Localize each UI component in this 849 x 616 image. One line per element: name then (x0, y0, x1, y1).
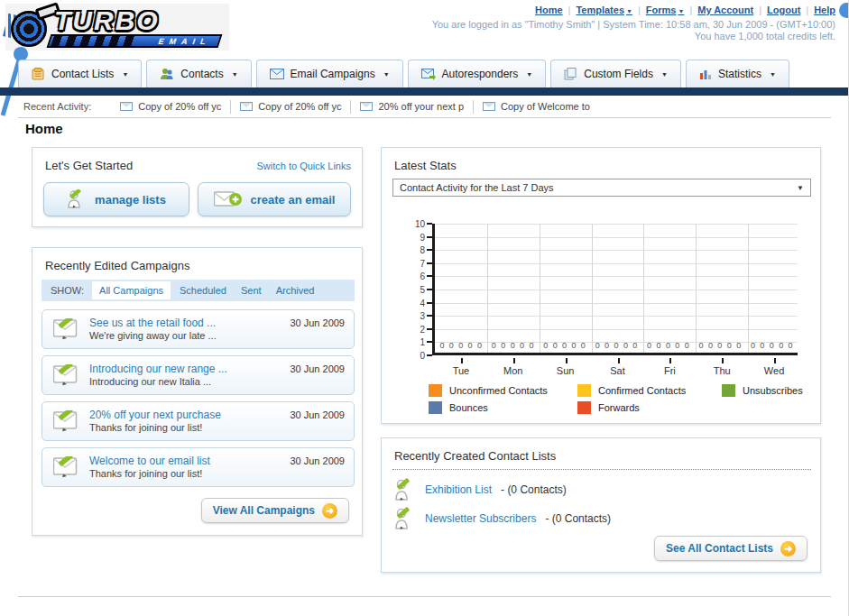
nav-link-help[interactable]: Help (814, 5, 835, 15)
campaign-date: 30 Jun 2009 (290, 455, 345, 466)
x-axis-label: Sat (610, 365, 625, 376)
y-axis-tick (427, 289, 432, 290)
statistics-icon (699, 69, 712, 80)
manage-lists-button[interactable]: manage lists (43, 182, 189, 216)
campaign-row[interactable]: 20% off your next purchase Thanks for jo… (42, 401, 355, 441)
campaign-link[interactable]: Introducing our new range ... (89, 363, 227, 375)
campaign-date: 30 Jun 2009 (290, 363, 345, 374)
contact-list-link[interactable]: Exhibition List (425, 483, 492, 496)
data-value-label: 0 (623, 341, 628, 350)
stats-period-dropdown[interactable]: Contact Activity for the Last 7 Days ▼ (392, 179, 811, 197)
y-axis-tick-label: 4 (394, 299, 425, 308)
x-axis-label: Wed (764, 365, 784, 376)
recently-edited-campaigns-panel: Recently Edited Campaigns SHOW: All Camp… (32, 247, 363, 536)
chart-legend: Unconfirmed ContactsConfirmed ContactsUn… (429, 384, 830, 414)
data-value-label: 0 (604, 341, 609, 350)
tab-custom-fields[interactable]: Custom Fields ▼ (550, 60, 681, 87)
legend-label: Unconfirmed Contacts (449, 385, 548, 396)
gridline (435, 224, 798, 225)
gridline (696, 224, 697, 353)
view-all-campaigns-button[interactable]: View All Campaigns ➜ (201, 498, 349, 523)
gridline (435, 329, 798, 330)
data-value-label: 0 (520, 341, 524, 350)
x-axis-tick (566, 358, 568, 363)
recent-activity-item[interactable]: Copy of 20% off yc (231, 100, 351, 114)
recent-activity-item[interactable]: Copy of 20% off yc (111, 100, 231, 114)
legend-item: Bounces (429, 401, 577, 414)
recent-activity-bar: Recent Activity: Copy of 20% off yc Copy… (0, 96, 849, 117)
campaign-filter-bar: SHOW: All Campaigns Scheduled Sent Archi… (42, 280, 355, 301)
data-value-label: 0 (614, 341, 618, 350)
contacts-icon (160, 68, 174, 80)
nav-link-logout[interactable]: Logout (767, 5, 800, 15)
corner-dot-decoration (839, 3, 849, 18)
nav-link-home[interactable]: Home (535, 5, 563, 15)
recent-activity-item[interactable]: 20% off your next p (351, 100, 474, 114)
campaign-link[interactable]: Welcome to our email list (89, 455, 210, 467)
gridline (487, 224, 488, 353)
value-label-group: 00000 (590, 341, 641, 350)
logo-banner: EMAIL (47, 34, 223, 48)
recently-created-contact-lists-panel: Recently Created Contact Lists Exhibitio… (381, 437, 821, 573)
latest-stats-panel: Latest Stats Contact Activity for the La… (381, 147, 821, 424)
contact-list-link[interactable]: Newsletter Subscribers (425, 512, 536, 525)
arrow-right-icon: ➜ (780, 541, 796, 556)
campaign-row[interactable]: See us at the retail food ... We're givi… (42, 309, 355, 349)
filter-all-campaigns[interactable]: All Campaigns (92, 281, 171, 299)
y-axis-tick-label: 6 (394, 271, 425, 281)
x-axis-tick (461, 358, 463, 363)
recent-activity-item[interactable]: Copy of Welcome to (474, 100, 599, 114)
create-email-button[interactable]: create an email (198, 182, 351, 216)
nav-link-my-account[interactable]: My Account (697, 5, 753, 15)
x-axis-tick (618, 358, 620, 363)
data-value-label: 0 (571, 341, 576, 350)
campaign-row[interactable]: Introducing our new range ... Introducin… (42, 355, 355, 395)
y-axis-tick-label: 5 (394, 285, 425, 295)
data-value-label: 0 (736, 341, 741, 350)
filter-archived[interactable]: Archived (276, 285, 315, 296)
campaign-subtitle: We're giving away our late ... (89, 330, 217, 341)
data-value-label: 0 (647, 341, 651, 350)
logo[interactable]: TURBO EMAIL (5, 4, 229, 51)
legend-label: Confirmed Contacts (598, 385, 686, 396)
tab-contact-lists[interactable]: Contact Lists ▼ (18, 60, 142, 87)
campaign-row[interactable]: Welcome to our email list Thanks for joi… (42, 447, 355, 487)
data-value-label: 0 (449, 341, 454, 350)
tab-autoresponders[interactable]: Autoresponders ▼ (408, 60, 547, 87)
envelope-pencil-icon (53, 456, 82, 478)
legend-item: Confirmed Contacts (577, 384, 722, 397)
login-info: You are logged in as "Timothy Smith" | S… (432, 19, 835, 30)
filter-scheduled[interactable]: Scheduled (180, 285, 226, 296)
campaigns-title: Recently Edited Campaigns (45, 259, 189, 272)
gridline (435, 290, 798, 290)
x-axis-label: Thu (714, 365, 731, 376)
campaign-link[interactable]: See us at the retail food ... (89, 317, 216, 329)
chevron-down-icon: ▼ (122, 71, 128, 78)
legend-item: Forwards (577, 401, 722, 414)
tab-email-campaigns[interactable]: Email Campaigns ▼ (256, 60, 403, 87)
campaign-subtitle: Thanks for joining our list! (89, 422, 202, 433)
campaign-link[interactable]: 20% off your next purchase (89, 409, 221, 421)
nav-link-forms[interactable]: Forms▼ (646, 5, 685, 15)
gridline (435, 263, 798, 264)
switch-to-quick-links[interactable]: Switch to Quick Links (256, 161, 351, 171)
contact-list-item[interactable]: Exhibition List - (0 Contacts) (394, 478, 567, 501)
nav-link-templates[interactable]: Templates▼ (576, 5, 632, 15)
value-labels-row: 00000000000000000000000000000000000 (435, 341, 798, 350)
x-axis-label: Mon (503, 365, 522, 376)
divider: | (568, 5, 571, 15)
tab-statistics[interactable]: Statistics ▼ (686, 60, 789, 87)
envelope-icon (120, 102, 133, 111)
contact-list-item[interactable]: Newsletter Subscribers - (0 Contacts) (394, 507, 611, 530)
see-all-contact-lists-button[interactable]: See All Contact Lists ➜ (654, 536, 807, 561)
tab-label: Custom Fields (584, 68, 653, 80)
divider (18, 117, 831, 118)
tab-contacts[interactable]: Contacts ▼ (146, 60, 251, 87)
y-axis-tick (427, 223, 432, 225)
value-label-group: 00000 (694, 341, 745, 350)
latest-stats-title: Latest Stats (394, 159, 457, 172)
contact-activity-chart: 0000000000000000000000000000000000001234… (394, 218, 809, 372)
filter-sent[interactable]: Sent (241, 285, 262, 296)
contact-lists-title: Recently Created Contact Lists (394, 449, 556, 463)
gridline (435, 303, 798, 304)
